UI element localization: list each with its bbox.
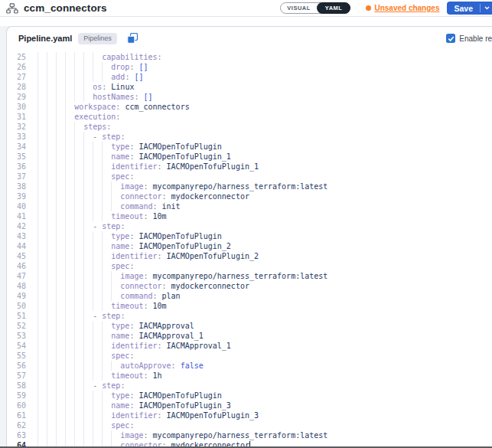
code-line[interactable]: 43type:IACMOpenTofuPlugin [7,231,492,241]
enable-edit-control: Enable read/ [446,34,492,43]
code-line[interactable]: 34type:IACMOpenTofuPlugin [7,142,492,152]
line-number: 30 [7,102,26,112]
code-line[interactable]: 61identifier:IACMOpenTofuPlugin_3 [7,410,492,420]
line-number: 43 [7,231,26,241]
code-line[interactable]: 53name:IACMApproval_1 [7,331,492,341]
toggle-visual[interactable]: VISUAL [281,3,317,13]
page-background: Pipeline.yaml Pipelines Enable read/ 25c… [0,26,492,448]
code-line[interactable]: 35name:IACMOpenTofuPlugin_1 [7,152,492,162]
code-line[interactable]: 31execution: [7,112,492,122]
line-number: 34 [7,142,26,152]
pipeline-header: ccm_connectors VISUAL YAML Unsaved chang… [0,0,492,17]
line-number: 62 [7,420,26,430]
line-number: 56 [7,361,26,371]
editor-toolbar: Pipeline.yaml Pipelines Enable read/ [7,27,492,50]
line-number: 53 [7,331,26,341]
code-line[interactable]: 41timeout:10m [7,211,492,221]
line-number: 49 [7,291,26,301]
unsaved-dot-icon [366,5,371,11]
code-line[interactable]: 28os:Linux [7,82,492,92]
toggle-yaml[interactable]: YAML [317,2,351,14]
code-line[interactable]: 40command:init [7,201,492,211]
enable-edit-label: Enable read/ [459,34,492,43]
save-button[interactable]: Save [447,4,480,13]
line-number: 59 [7,391,26,401]
unsaved-changes-label: Unsaved changes [374,4,439,12]
line-number: 55 [7,351,26,361]
line-number: 51 [7,311,26,321]
line-number: 52 [7,321,26,331]
code-line[interactable]: 59type:IACMOpenTofuPlugin [7,391,492,401]
save-dropdown-chevron[interactable] [481,6,492,10]
line-number: 42 [7,221,26,231]
line-number: 60 [7,401,26,410]
code-line[interactable]: 27add:[] [7,72,492,82]
code-line[interactable]: 37spec: [7,172,492,181]
line-number: 46 [7,261,26,271]
code-line[interactable]: 36identifier:IACMOpenTofuPlugin_1 [7,162,492,172]
line-number: 40 [7,201,26,211]
code-line[interactable]: 45identifier:IACMOpenTofuPlugin_2 [7,251,492,261]
line-number: 48 [7,281,26,291]
code-lines: 25capabilities:26drop:[]27add:[]28os:Lin… [7,52,492,448]
visual-yaml-toggle: VISUAL YAML [280,2,350,14]
pipeline-title: ccm_connectors [24,2,280,14]
code-line[interactable]: 42-step: [7,221,492,231]
line-number: 35 [7,152,26,162]
code-line[interactable]: 44name:IACMOpenTofuPlugin_2 [7,241,492,251]
copy-icon[interactable] [127,33,138,44]
pipelines-badge: Pipelines [78,33,117,44]
enable-edit-checkbox[interactable] [446,34,455,43]
code-line[interactable]: 25capabilities: [7,52,492,62]
line-number: 28 [7,82,26,92]
code-line[interactable]: 63image:mycompanyrepo/harness_terraform:… [7,430,492,440]
code-line[interactable]: 55spec: [7,351,492,361]
code-line[interactable]: 46spec: [7,261,492,271]
line-number: 39 [7,191,26,201]
code-line[interactable]: 49command:plan [7,291,492,301]
line-number: 63 [7,430,26,440]
code-line[interactable]: 33-step: [7,132,492,142]
line-number: 37 [7,172,26,181]
line-number: 44 [7,241,26,251]
line-number: 41 [7,211,26,221]
line-number: 36 [7,162,26,172]
code-line[interactable]: 30workspace:ccm_connectors [7,102,492,112]
code-line[interactable]: 38image:mycompanyrepo/harness_terraform:… [7,181,492,191]
line-number: 58 [7,381,26,391]
line-number: 50 [7,301,26,311]
code-line[interactable]: 48connector:mydockerconnector [7,281,492,291]
pipeline-icon [6,3,18,14]
line-number: 29 [7,92,26,102]
code-line[interactable]: 60name:IACMOpenTofuPlugin_3 [7,401,492,410]
line-number: 57 [7,371,26,381]
line-number: 45 [7,251,26,261]
code-line[interactable]: 62spec: [7,420,492,430]
line-number: 54 [7,341,26,351]
line-number: 26 [7,62,26,72]
code-line[interactable]: 39connector:mydockerconnector [7,191,492,201]
line-number: 33 [7,132,26,142]
line-number: 47 [7,271,26,281]
code-line[interactable]: 57timeout:1h [7,371,492,381]
code-line[interactable]: 26drop:[] [7,62,492,72]
line-number: 38 [7,181,26,191]
line-number: 25 [7,52,26,62]
yaml-editor-panel: Pipeline.yaml Pipelines Enable read/ 25c… [6,26,492,448]
code-line[interactable]: 32steps: [7,122,492,132]
code-line[interactable]: 50timeout:10m [7,301,492,311]
code-line[interactable]: 56autoApprove:false [7,361,492,371]
code-line[interactable]: 51-step: [7,311,492,321]
file-name: Pipeline.yaml [18,34,72,43]
code-line[interactable]: 52type:IACMApproval [7,321,492,331]
code-line[interactable]: 58-step: [7,381,492,391]
code-line[interactable]: 29hostNames:[] [7,92,492,102]
line-number: 61 [7,410,26,420]
code-line[interactable]: 54identifier:IACMApproval_1 [7,341,492,351]
save-split-button: Save [447,2,492,15]
code-line[interactable]: 47image:mycompanyrepo/harness_terraform:… [7,271,492,281]
line-number: 31 [7,112,26,122]
yaml-editor[interactable]: 25capabilities:26drop:[]27add:[]28os:Lin… [7,50,492,448]
unsaved-changes-link[interactable]: Unsaved changes [366,4,439,12]
line-number: 27 [7,72,26,82]
